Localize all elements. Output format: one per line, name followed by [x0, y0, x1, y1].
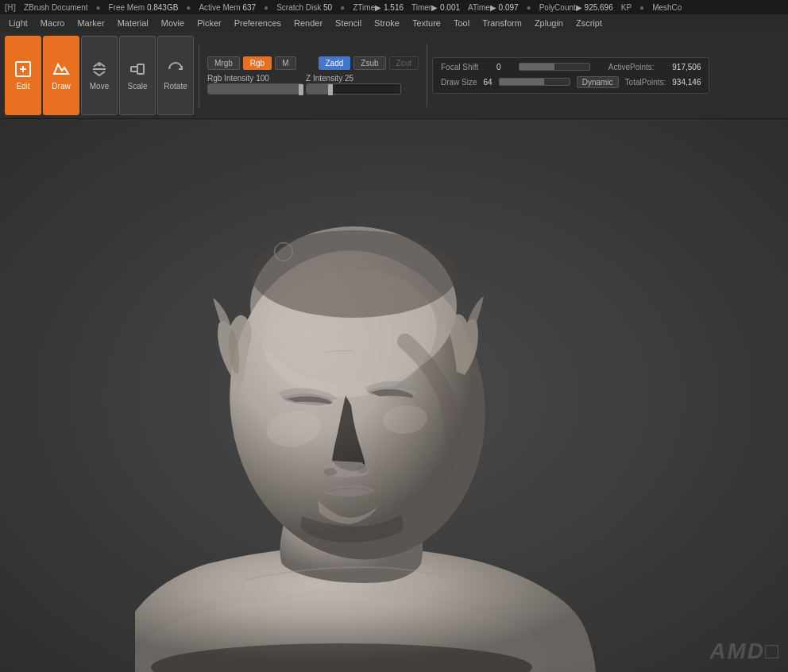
scale-label: Scale [127, 82, 147, 91]
brush-mode-row: Mrgb Rgb M Zadd Zsub Zcut [207, 56, 419, 70]
sculpture-view [0, 119, 788, 672]
dynamic-button[interactable]: Dynamic [577, 76, 619, 88]
amd-watermark: AMD□ [709, 639, 780, 664]
menu-render[interactable]: Render [288, 17, 328, 29]
stats-panel: Focal Shift 0 ActivePoints: 917,506 Draw… [432, 57, 709, 94]
zcut-button[interactable]: Zcut [389, 56, 419, 70]
menu-texture[interactable]: Texture [407, 17, 446, 29]
title-bar: [H] ZBrush Document ● Free Mem 0.843GB ●… [0, 0, 788, 14]
focal-shift-row: Focal Shift 0 ActivePoints: 917,506 [441, 63, 701, 71]
scale-button[interactable]: Scale [119, 36, 156, 115]
menu-stencil[interactable]: Stencil [330, 17, 367, 29]
brush-controls: Mrgb Rgb M Zadd Zsub Zcut Rgb Intensity … [204, 56, 422, 95]
toolbar: Edit Draw Move Scale [0, 32, 788, 119]
edit-label: Edit [16, 82, 29, 91]
total-points-value: 934,146 [672, 78, 701, 87]
svg-point-12 [357, 465, 368, 473]
zadd-button[interactable]: Zadd [319, 56, 351, 70]
svg-rect-4 [131, 67, 137, 71]
zsub-button[interactable]: Zsub [353, 56, 385, 70]
menu-zscript[interactable]: Zscript [570, 17, 608, 29]
total-points-label: TotalPoints: [625, 78, 666, 87]
app-name: [H] [5, 3, 16, 12]
move-label: Move [90, 82, 109, 91]
menu-preferences[interactable]: Preferences [229, 17, 287, 29]
menu-marker[interactable]: Marker [71, 17, 110, 29]
rgb-intensity-container: Rgb Intensity 100 [207, 74, 303, 95]
draw-button[interactable]: Draw [43, 36, 79, 115]
doc-title: ZBrush Document [24, 3, 88, 12]
menu-movie[interactable]: Movie [156, 17, 190, 29]
draw-size-value: 64 [484, 78, 492, 87]
svg-point-11 [324, 468, 337, 476]
mrgb-button[interactable]: Mrgb [207, 56, 240, 70]
menu-tool[interactable]: Tool [448, 17, 475, 29]
active-points-label: ActivePoints: [608, 63, 655, 71]
z-intensity-container: Z Intensity 25 [306, 74, 401, 95]
menu-light[interactable]: Light [3, 17, 33, 29]
menu-bar: Light Macro Marker Material Movie Picker… [0, 14, 788, 32]
draw-size-row: Draw Size 64 Dynamic TotalPoints: 934,14… [441, 76, 701, 88]
z-intensity-label: Z Intensity 25 [306, 74, 353, 83]
m-button[interactable]: M [275, 56, 296, 70]
active-points-value: 917,506 [672, 63, 701, 71]
rgb-button[interactable]: Rgb [243, 56, 272, 70]
transform-tools: Edit Draw Move Scale [5, 36, 194, 115]
separator-1 [199, 44, 199, 107]
draw-size-slider[interactable] [499, 78, 570, 86]
draw-size-label: Draw Size [441, 78, 477, 87]
svg-rect-5 [137, 64, 144, 74]
menu-macro[interactable]: Macro [35, 17, 71, 29]
menu-transform[interactable]: Transform [477, 17, 527, 29]
draw-label: Draw [52, 82, 70, 91]
move-button[interactable]: Move [81, 36, 118, 115]
canvas-area[interactable]: AMD□ [0, 119, 788, 672]
menu-material[interactable]: Material [112, 17, 154, 29]
focal-shift-slider[interactable] [519, 63, 590, 71]
rgb-intensity-label: Rgb Intensity 100 [207, 74, 269, 83]
menu-zplugin[interactable]: Zplugin [529, 17, 569, 29]
rotate-label: Rotate [164, 82, 187, 91]
intensity-row: Rgb Intensity 100 Z Intensity 25 [207, 74, 419, 95]
menu-stroke[interactable]: Stroke [369, 17, 405, 29]
rotate-button[interactable]: Rotate [157, 36, 194, 115]
separator-2 [427, 44, 427, 107]
rgb-intensity-slider[interactable] [207, 83, 303, 95]
focal-shift-label: Focal Shift [441, 63, 478, 71]
edit-button[interactable]: Edit [5, 36, 41, 115]
z-intensity-slider[interactable] [306, 83, 401, 95]
focal-shift-value: 0 [496, 63, 501, 71]
svg-point-15 [250, 230, 457, 318]
menu-picker[interactable]: Picker [191, 17, 227, 29]
